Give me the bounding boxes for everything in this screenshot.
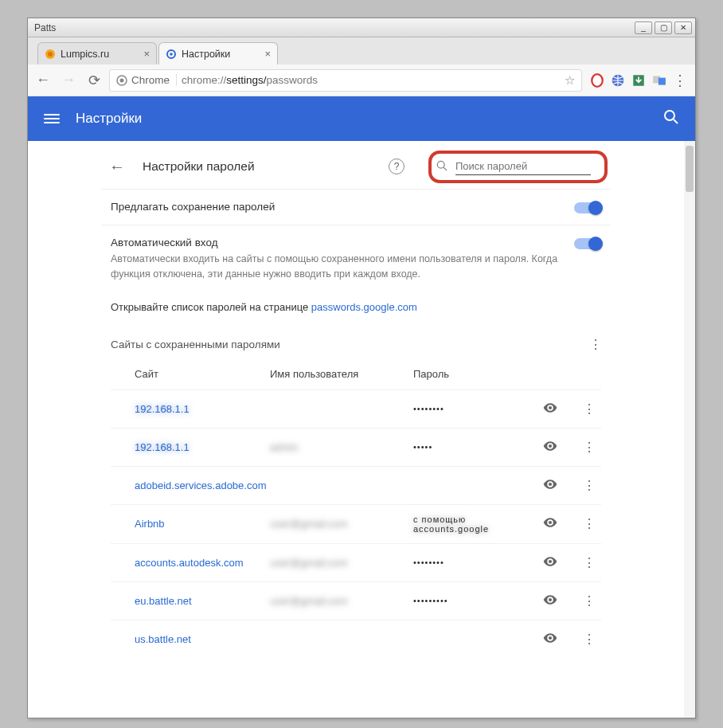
back-arrow-icon[interactable]: ← [104,155,130,179]
svg-rect-10 [659,77,666,84]
chrome-icon [116,75,127,86]
site-link[interactable]: 192.168.1.1 [135,441,262,453]
bookmark-star-icon[interactable]: ☆ [565,73,575,88]
row-menu-icon[interactable]: ⋮ [577,516,601,531]
window-maximize-button[interactable]: ▢ [655,22,672,34]
offer-save-label: Предлагать сохранение паролей [111,201,558,213]
svg-point-6 [592,74,603,87]
svg-point-1 [48,52,53,57]
tab-settings[interactable]: Настройки × [158,42,278,65]
browser-toolbar: ← → ⟳ Chrome chrome://settings/passwords… [28,65,695,96]
settings-header: Настройки [28,96,695,141]
window-titlebar: Patts _ ▢ ✕ [28,18,695,37]
row-menu-icon[interactable]: ⋮ [577,401,601,417]
username-cell: user@gmail.com [270,595,405,607]
site-link[interactable]: 192.168.1.1 [135,403,262,415]
lumpics-favicon-icon [45,49,56,60]
page-viewport: Настройки ← Настройки паролей ? [28,96,695,718]
username-cell: admin [270,441,405,453]
offer-save-toggle[interactable] [574,202,601,213]
offer-save-section: Предлагать сохранение паролей [101,189,611,225]
password-cell: ••••• [413,442,534,452]
password-search-input[interactable] [455,159,591,175]
site-link[interactable]: accounts.autodesk.com [135,557,262,569]
os-window: Patts _ ▢ ✕ Lumpics.ru × Настройки × ← →… [27,18,696,718]
scrollbar-thumb[interactable] [686,146,694,192]
show-password-icon[interactable] [542,400,569,418]
site-link[interactable]: us.battle.net [135,633,262,645]
header-search-icon[interactable] [663,109,679,129]
saved-passwords-header: Сайты с сохраненными паролями ⋮ [101,319,611,360]
svg-point-5 [120,78,124,82]
page-scrollbar[interactable] [684,141,695,718]
svg-point-11 [665,111,674,120]
site-link[interactable]: eu.battle.net [135,595,262,607]
reload-button[interactable]: ⟳ [84,70,104,91]
show-password-icon[interactable] [542,554,569,572]
site-link[interactable]: adobeid.services.adobe.com [135,479,262,491]
passwords-google-link[interactable]: passwords.google.com [311,301,417,313]
table-header: Сайт Имя пользователя Пароль [111,360,601,389]
username-cell: user@gmail.com [270,557,405,569]
auto-signin-description: Автоматически входить на сайты с помощью… [111,252,558,282]
open-list-hint: Открывайте список паролей на странице pa… [101,293,611,319]
saved-passwords-title: Сайты с сохраненными паролями [111,339,280,350]
column-site: Сайт [135,368,262,380]
tab-label: Настройки [182,49,230,60]
content-area: ← Настройки паролей ? Предлагать сохране… [28,141,684,718]
window-buttons: _ ▢ ✕ [635,22,692,34]
tab-lumpics[interactable]: Lumpics.ru × [37,42,157,65]
table-row: us.battle.net⋮ [111,620,601,658]
table-row: eu.battle.netuser@gmail.com•••••••••⋮ [111,581,601,620]
scheme-label: Chrome [131,74,170,86]
globe-extension-icon[interactable] [611,73,625,88]
svg-line-12 [674,119,678,123]
column-password: Пароль [413,368,534,380]
window-title: Patts [34,22,56,33]
password-cell: •••••••• [413,404,534,413]
browser-tabstrip: Lumpics.ru × Настройки × [28,37,695,65]
show-password-icon[interactable] [542,592,569,610]
tab-label: Lumpics.ru [61,49,109,60]
passwords-table: Сайт Имя пользователя Пароль 192.168.1.1… [101,360,611,658]
site-link[interactable]: Airbnb [135,518,262,530]
table-row: 192.168.1.1admin•••••⋮ [111,428,601,466]
show-password-icon[interactable] [542,476,569,495]
show-password-icon[interactable] [542,515,569,533]
row-menu-icon[interactable]: ⋮ [577,478,601,493]
show-password-icon[interactable] [542,438,569,456]
window-minimize-button[interactable]: _ [635,22,652,34]
svg-point-13 [437,161,444,168]
close-icon[interactable]: × [143,48,150,60]
table-row: accounts.autodesk.comuser@gmail.com•••••… [111,543,601,581]
window-close-button[interactable]: ✕ [674,22,692,34]
row-menu-icon[interactable]: ⋮ [577,555,601,570]
translate-extension-icon[interactable] [652,73,666,88]
address-bar[interactable]: Chrome chrome://settings/passwords ☆ [109,69,582,92]
password-search-highlight [428,151,608,183]
back-button[interactable]: ← [33,70,53,91]
download-extension-icon[interactable] [631,73,646,88]
row-menu-icon[interactable]: ⋮ [577,593,601,609]
password-cell: с помощью accounts.google [413,515,534,534]
close-icon[interactable]: × [264,48,271,60]
column-user: Имя пользователя [270,368,405,380]
table-row: Airbnbuser@gmail.comс помощью accounts.g… [111,504,601,543]
row-menu-icon[interactable]: ⋮ [577,632,601,647]
help-icon[interactable]: ? [389,159,404,174]
extension-icons: ⋮ [587,73,690,88]
table-row: 192.168.1.1••••••••⋮ [111,389,601,428]
card-header: ← Настройки паролей ? [101,144,611,189]
hamburger-menu-icon[interactable] [44,111,60,127]
url-text: chrome://settings/passwords [182,74,318,86]
username-cell: user@gmail.com [270,518,405,530]
saved-passwords-menu-icon[interactable]: ⋮ [589,337,601,352]
scheme-chip: Chrome [116,74,177,86]
table-row: adobeid.services.adobe.com⋮ [111,466,601,504]
svg-point-3 [170,53,173,56]
show-password-icon[interactable] [542,630,569,648]
opera-extension-icon[interactable] [590,73,604,88]
browser-menu-icon[interactable]: ⋮ [673,73,687,88]
row-menu-icon[interactable]: ⋮ [577,440,601,455]
auto-signin-toggle[interactable] [574,238,601,249]
